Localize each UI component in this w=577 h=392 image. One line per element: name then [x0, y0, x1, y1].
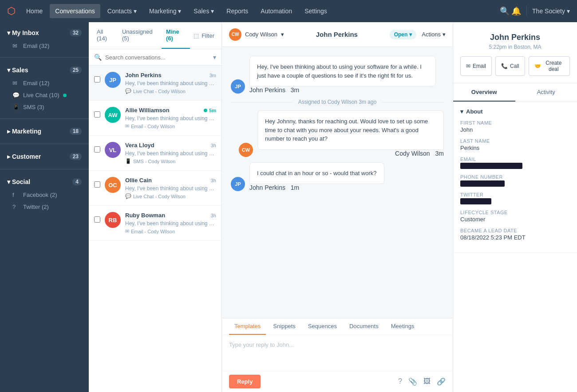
- avatar: JP: [231, 79, 245, 94]
- field-lead-date: Became a Lead Date 08/18/2022 5:23 PM ED…: [460, 228, 570, 241]
- avatar: VL: [105, 142, 121, 158]
- search-icon[interactable]: 🔍: [500, 6, 510, 16]
- search-input[interactable]: [105, 54, 209, 61]
- chevron-down-icon: ▾: [281, 31, 284, 38]
- field-lifecycle: Lifecycle Stage Customer: [460, 210, 570, 223]
- list-item[interactable]: OC Ollie Cain 3h Hey, I've been thinking…: [89, 171, 221, 206]
- conversation-checkbox[interactable]: [94, 216, 100, 223]
- sidebar-item-twitter[interactable]: ? Twitter (2): [0, 201, 89, 213]
- message-meta: John Perkins 1m: [249, 184, 384, 191]
- field-phone-value: [460, 180, 505, 187]
- conversation-checkbox[interactable]: [94, 146, 100, 153]
- nav-marketing[interactable]: Marketing ▾: [144, 4, 186, 18]
- message-bubble: Hey, I've been thinking about to using y…: [249, 56, 436, 86]
- attachment-icon[interactable]: 📎: [408, 377, 417, 386]
- sidebar-section-social-header[interactable]: ▾ Social 4: [0, 175, 89, 189]
- divider: [0, 144, 89, 144]
- tab-overview[interactable]: Overview: [453, 83, 515, 102]
- list-item[interactable]: JP John Perkins 3m Hey, I've been thinki…: [89, 66, 221, 101]
- tab-mine[interactable]: Mine (6): [162, 22, 190, 49]
- field-firstname-value: John: [460, 126, 570, 133]
- call-contact-button[interactable]: 📞 Call: [495, 56, 525, 76]
- field-lifecycle-value: Customer: [460, 216, 570, 223]
- divider: [0, 57, 89, 58]
- org-switcher[interactable]: The Society ▾: [532, 8, 570, 15]
- channel-icon: 💬: [125, 88, 131, 94]
- contact-summary: John Perkins 5:22pm in Boston, MA ✉ Emai…: [453, 22, 577, 83]
- online-dot: [63, 94, 67, 97]
- top-navigation: ⬡ Home Conversations Contacts ▾ Marketin…: [0, 0, 577, 22]
- nav-contacts[interactable]: Contacts ▾: [102, 4, 142, 18]
- notification-icon[interactable]: 🔔: [511, 6, 521, 16]
- message-row: JP Hey, I've been thinking about to usin…: [231, 56, 444, 94]
- sidebar-section-marketing: ▸ Marketing 18: [0, 121, 89, 142]
- sidebar-item-sales-email[interactable]: ✉ Email (12): [0, 77, 89, 89]
- assigned-to-selector[interactable]: CW Cody Wilson ▾: [229, 28, 284, 41]
- email-contact-button[interactable]: ✉ Email: [460, 56, 492, 76]
- conversation-tabs: All (14) Unassigned (5) Mine (6) ⬚ Filte…: [89, 22, 221, 49]
- conversation-checkbox[interactable]: [94, 181, 100, 188]
- avatar: RB: [105, 212, 121, 228]
- online-indicator: [204, 109, 207, 112]
- reply-tab-snippets[interactable]: Snippets: [268, 318, 301, 335]
- sidebar-item-facebook[interactable]: f Facebook (2): [0, 189, 89, 201]
- messages-area: JP Hey, I've been thinking about to usin…: [222, 47, 453, 318]
- list-item[interactable]: RB Ruby Bowman 3h Hey, I've been thinkin…: [89, 206, 221, 241]
- reply-toolbar: Templates Snippets Sequences Documents M…: [222, 318, 453, 335]
- link-icon[interactable]: 🔗: [437, 377, 446, 386]
- nav-conversations[interactable]: Conversations: [50, 4, 100, 18]
- nav-sales[interactable]: Sales ▾: [188, 4, 219, 18]
- avatar: CW: [239, 143, 253, 157]
- filter-button[interactable]: ⬚ Filter: [190, 22, 218, 49]
- actions-menu[interactable]: Actions ▾: [422, 31, 446, 38]
- reply-tab-meetings[interactable]: Meetings: [386, 318, 420, 335]
- reply-box: Templates Snippets Sequences Documents M…: [222, 318, 453, 392]
- divider: [0, 118, 89, 119]
- sidebar-section-customer-header[interactable]: ▸ Customer 23: [0, 149, 89, 164]
- sidebar-section-inbox: ▾ My Inbox 32 ✉ Email (32): [0, 22, 89, 55]
- reply-tab-documents[interactable]: Documents: [344, 318, 384, 335]
- reply-tab-templates[interactable]: Templates: [229, 318, 266, 335]
- conversation-search: 🔍 ▾: [89, 49, 221, 66]
- divider: [0, 169, 89, 169]
- sidebar-section-sales: ▾ Sales 25 ✉ Email (12) 💬 Live Chat (10)…: [0, 59, 89, 117]
- reply-input-area[interactable]: Type your reply to John...: [222, 335, 453, 371]
- nav-reports[interactable]: Reports: [221, 4, 253, 18]
- reply-button[interactable]: Reply: [229, 375, 261, 388]
- tab-unassigned[interactable]: Unassigned (5): [118, 22, 162, 49]
- message-row: Hey Johnny, thanks for reaching out. Wou…: [231, 110, 444, 157]
- tab-activity[interactable]: Activity: [515, 83, 577, 102]
- sms-icon: 📱: [12, 104, 20, 110]
- tab-all[interactable]: All (14): [92, 22, 118, 49]
- sidebar-section-sales-header[interactable]: ▾ Sales 25: [0, 63, 89, 77]
- nav-home[interactable]: Home: [21, 4, 48, 18]
- avatar: JP: [231, 177, 245, 191]
- image-icon[interactable]: 🖼: [423, 377, 431, 386]
- conversation-checkbox[interactable]: [94, 76, 100, 82]
- sidebar-item-sales-sms[interactable]: 📱 SMS (3): [0, 101, 89, 113]
- list-item[interactable]: VL Vera Lloyd 3h Hey, I've been thinking…: [89, 136, 221, 171]
- field-firstname: First name John: [460, 120, 570, 133]
- nav-automation[interactable]: Automation: [255, 4, 297, 18]
- status-selector[interactable]: Open ▾: [390, 30, 417, 39]
- conversation-checkbox[interactable]: [94, 111, 100, 118]
- about-section-title[interactable]: ▾ About: [460, 108, 570, 115]
- create-deal-button[interactable]: 🤝 Create deal: [529, 56, 570, 76]
- question-icon[interactable]: ?: [398, 377, 402, 386]
- list-item[interactable]: AW Allie Williamson 5m Hey, I've been th…: [89, 101, 221, 136]
- right-panel: John Perkins 5:22pm in Boston, MA ✉ Emai…: [453, 22, 577, 392]
- sidebar-section-marketing-header[interactable]: ▸ Marketing 18: [0, 124, 89, 138]
- conversation-list: All (14) Unassigned (5) Mine (6) ⬚ Filte…: [89, 22, 222, 392]
- status-badge[interactable]: Open ▾: [390, 30, 417, 39]
- facebook-icon: f: [12, 192, 20, 198]
- panel-tabs: Overview Activity: [453, 83, 577, 102]
- sidebar-item-sales-livechat[interactable]: 💬 Live Chat (10): [0, 89, 89, 101]
- chat-header: CW Cody Wilson ▾ John Perkins Open ▾ Act…: [222, 22, 453, 47]
- sidebar-item-inbox-email[interactable]: ✉ Email (32): [0, 40, 89, 52]
- sidebar-section-inbox-header[interactable]: ▾ My Inbox 32: [0, 26, 89, 40]
- field-twitter: Twitter: [460, 192, 570, 204]
- hubspot-logo[interactable]: ⬡: [7, 5, 16, 17]
- reply-tab-sequences[interactable]: Sequences: [303, 318, 342, 335]
- nav-settings[interactable]: Settings: [299, 4, 332, 18]
- search-dropdown-icon[interactable]: ▾: [213, 54, 216, 61]
